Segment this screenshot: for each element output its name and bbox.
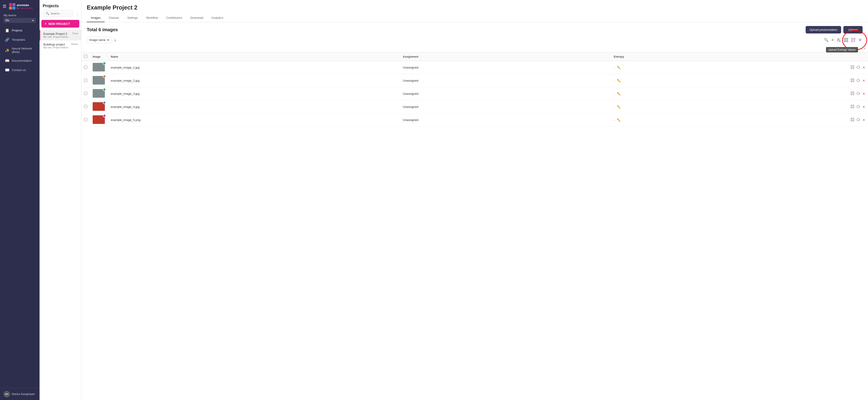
logo-text: annotate by SuperAnnotate — [17, 3, 33, 9]
add-user-button[interactable] — [836, 37, 842, 43]
polygon-icon[interactable] — [857, 79, 860, 83]
row-checkbox[interactable] — [84, 105, 87, 108]
name-column-header: Name — [108, 53, 400, 61]
svg-rect-9 — [851, 40, 853, 42]
svg-marker-14 — [857, 66, 860, 68]
tab-settings[interactable]: Settings — [123, 14, 142, 22]
superannotate-link[interactable]: SuperAnnotate — [20, 7, 33, 9]
sidebar-item-templates-label: Templates — [12, 38, 25, 41]
row-image-cell: ✓ — [90, 61, 108, 74]
svg-rect-30 — [851, 118, 852, 119]
svg-point-0 — [838, 38, 839, 40]
settings-button[interactable]: ⚙ — [858, 37, 863, 43]
tab-workflow[interactable]: Workflow — [142, 14, 162, 22]
row-actions-cell: ✕ — [723, 74, 868, 87]
sidebar-item-neural-network[interactable]: ✨ Neural Network (Beta) — [1, 45, 38, 56]
logo-sq-3 — [9, 6, 12, 9]
row-name: example_image_4.jpg — [108, 101, 400, 114]
search-icon: 🔍 — [45, 12, 49, 15]
plus-icon: ＋ — [44, 22, 47, 26]
tab-classes[interactable]: Classes — [105, 14, 123, 22]
row-assignment: Unassigned — [400, 114, 611, 126]
edit-entropy-icon[interactable]: ✏️ — [617, 105, 621, 109]
row-checkbox[interactable] — [84, 92, 87, 95]
new-project-label: NEW PROJECT — [49, 22, 70, 26]
project-item-example-project-2[interactable]: Example Project 2 Pixel My role: Project… — [39, 30, 81, 40]
polygon-icon[interactable] — [857, 92, 860, 96]
table-prev-button[interactable]: ‹ — [860, 46, 863, 51]
projects-panel: Projects 🔍 ⋮ ＋ NEW PROJECT Example Proje… — [39, 0, 81, 400]
sidebar-item-templates[interactable]: 🔗 Templates — [1, 35, 38, 44]
row-actions-cell: ✕ — [723, 87, 868, 101]
row-checkbox[interactable] — [84, 79, 87, 82]
svg-rect-27 — [851, 107, 852, 108]
table-next-button[interactable]: › — [863, 46, 866, 51]
upload-preannotation-button[interactable]: Upload preannotation — [806, 26, 841, 33]
sidebar-item-contact-us[interactable]: ✉️ Contact us — [1, 65, 38, 75]
open-image-icon[interactable] — [850, 92, 854, 96]
table-row: ✓ example_image_3.jpg Unassigned - ✏️ ✕ — [81, 87, 868, 101]
entropy-upload-button[interactable] — [850, 37, 856, 43]
contact-us-icon: ✉️ — [5, 68, 9, 72]
svg-rect-20 — [851, 92, 852, 93]
projects-panel-title: Projects — [39, 0, 81, 10]
polygon-icon[interactable] — [857, 65, 860, 69]
select-all-checkbox[interactable] — [84, 55, 87, 58]
delete-icon[interactable]: ✕ — [862, 79, 865, 83]
search-input[interactable] — [51, 12, 70, 15]
polygon-icon[interactable] — [857, 118, 860, 122]
projects-menu-icon[interactable]: ⋮ — [76, 12, 79, 17]
delete-icon[interactable]: ✕ — [862, 118, 865, 122]
table-row: ✓ example_image_1.jpg Unassigned - ✏️ ✕ — [81, 61, 868, 74]
upload-button[interactable]: Upload — [843, 26, 863, 33]
filter-button[interactable]: ≡ — [831, 37, 835, 43]
row-checkbox[interactable] — [84, 118, 87, 121]
sort-select[interactable]: Image name ▼ — [87, 37, 112, 43]
new-project-button[interactable]: ＋ NEW PROJECT — [41, 20, 79, 28]
actions-column-header — [723, 53, 868, 61]
documentation-icon: 📖 — [5, 59, 9, 63]
edit-entropy-icon[interactable]: ✏️ — [617, 118, 621, 122]
grid-view-button[interactable] — [843, 37, 849, 43]
tab-contributors[interactable]: Contributors — [162, 14, 186, 22]
search-toggle-button[interactable]: 🔍 — [823, 37, 829, 43]
search-icon: 🔍 — [824, 38, 829, 42]
delete-icon[interactable]: ✕ — [862, 92, 865, 96]
row-name: example_image_1.jpg — [108, 61, 400, 74]
toolbar-icons-wrap: 🔍 ≡ — [823, 37, 863, 43]
projects-search[interactable]: 🔍 — [43, 10, 72, 17]
tab-analytics[interactable]: Analytics — [208, 14, 227, 22]
main-content: Example Project 2 Images Classes Setting… — [81, 0, 868, 400]
row-entropy: - ✏️ — [611, 74, 723, 87]
tab-images[interactable]: Images — [87, 14, 105, 22]
logo-sq-2 — [12, 3, 16, 6]
delete-icon[interactable]: ✕ — [862, 65, 865, 69]
projects-icon: 📋 — [5, 28, 9, 33]
my-teams-select[interactable]: Me ▼ — [4, 18, 36, 23]
polygon-icon[interactable] — [857, 105, 860, 109]
row-checkbox-cell — [81, 74, 90, 87]
svg-rect-15 — [851, 79, 852, 80]
sort-dropdown-icon: ▼ — [107, 39, 110, 41]
project-type: Vector — [71, 43, 78, 46]
delete-icon[interactable]: ✕ — [862, 105, 865, 109]
open-image-icon[interactable] — [850, 65, 854, 69]
edit-entropy-icon[interactable]: ✏️ — [617, 66, 621, 69]
edit-entropy-icon[interactable]: ✏️ — [617, 79, 621, 83]
entropy-icon — [851, 38, 855, 42]
svg-rect-21 — [853, 92, 854, 93]
open-image-icon[interactable] — [850, 105, 854, 109]
svg-rect-28 — [853, 107, 854, 108]
sort-direction-icon[interactable]: ↓ — [114, 37, 116, 42]
tab-download[interactable]: Download — [186, 14, 208, 22]
logo-title: annotate — [17, 3, 33, 7]
project-item-buildings-project[interactable]: Buildings project Vector My role: Projec… — [39, 40, 81, 51]
edit-entropy-icon[interactable]: ✏️ — [617, 92, 621, 96]
open-image-icon[interactable] — [850, 118, 854, 122]
open-image-icon[interactable] — [850, 79, 854, 83]
row-checkbox[interactable] — [84, 65, 87, 69]
hamburger-icon[interactable]: ☰ — [3, 4, 6, 9]
sidebar-item-projects[interactable]: 📋 Projects — [1, 26, 38, 35]
sidebar-item-documentation[interactable]: 📖 Documentation — [1, 56, 38, 65]
row-actions-cell: ✕ — [723, 101, 868, 114]
